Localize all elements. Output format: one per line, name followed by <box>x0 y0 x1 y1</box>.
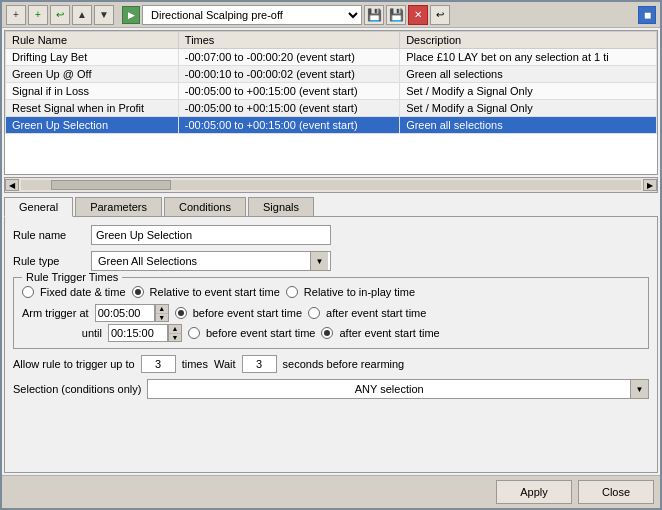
close-button[interactable]: Close <box>578 480 654 504</box>
before-start-2-label: before event start time <box>206 327 315 339</box>
save-copy-button[interactable]: 💾 <box>386 5 406 25</box>
radio-relative-inplay-label: Relative to in-play time <box>304 286 415 298</box>
arm-label: Arm trigger at <box>22 307 89 319</box>
table-row[interactable]: Drifting Lay Bet-00:07:00 to -00:00:20 (… <box>6 49 657 66</box>
arm-time-group: ▲ ▼ <box>95 304 169 322</box>
arm-trigger-row: Arm trigger at ▲ ▼ before event start ti… <box>22 304 640 322</box>
footer: Apply Close <box>2 475 660 508</box>
rule-name-input[interactable] <box>91 225 331 245</box>
selection-select[interactable]: ANY selection ▼ <box>147 379 649 399</box>
trigger-legend: Rule Trigger Times <box>22 271 122 283</box>
radio-before-start-1[interactable] <box>175 307 187 319</box>
radio-fixed[interactable] <box>22 286 34 298</box>
horizontal-scrollbar[interactable]: ◀ ▶ <box>4 177 658 193</box>
tab-parameters[interactable]: Parameters <box>75 197 162 216</box>
until-time-group: ▲ ▼ <box>108 324 182 342</box>
monitor-icon: ▶ <box>122 6 140 24</box>
allow-rule-row: Allow rule to trigger up to times Wait s… <box>13 355 649 373</box>
tab-signals[interactable]: Signals <box>248 197 314 216</box>
wait-label: Wait <box>214 358 236 370</box>
wait-input[interactable] <box>242 355 277 373</box>
until-row: until ▲ ▼ before event start time after … <box>22 324 640 342</box>
until-label: until <box>22 327 102 339</box>
col-times: Times <box>178 32 399 49</box>
selection-arrow[interactable]: ▼ <box>630 380 648 398</box>
selection-label: Selection (conditions only) <box>13 383 141 395</box>
until-spin-down[interactable]: ▼ <box>169 334 181 342</box>
arm-spin-up[interactable]: ▲ <box>156 305 168 314</box>
radio-relative-start[interactable] <box>132 286 144 298</box>
copy-button[interactable]: + <box>28 5 48 25</box>
after-start-2-label: after event start time <box>339 327 439 339</box>
add-button[interactable]: + <box>6 5 26 25</box>
col-description: Description <box>400 32 657 49</box>
trigger-radio-row: Fixed date & time Relative to event star… <box>22 286 640 298</box>
strategy-dropdown[interactable]: Directional Scalping pre-off <box>142 5 362 25</box>
allow-input[interactable] <box>141 355 176 373</box>
before-start-1-label: before event start time <box>193 307 302 319</box>
arm-time-input[interactable] <box>95 304 155 322</box>
after-start-1-label: after event start time <box>326 307 426 319</box>
radio-relative-inplay[interactable] <box>286 286 298 298</box>
up-button[interactable]: ▲ <box>72 5 92 25</box>
save-button[interactable]: 💾 <box>364 5 384 25</box>
table-row[interactable]: Reset Signal when in Profit-00:05:00 to … <box>6 100 657 117</box>
table-row[interactable]: Green Up @ Off-00:00:10 to -00:00:02 (ev… <box>6 66 657 83</box>
corner-icon[interactable]: ◼ <box>638 6 656 24</box>
rule-name-row: Rule name <box>13 225 649 245</box>
general-panel: Rule name Rule type Green All Selections… <box>4 216 658 473</box>
table-row[interactable]: Green Up Selection-00:05:00 to +00:15:00… <box>6 117 657 134</box>
times-label: times <box>182 358 208 370</box>
rule-type-row: Rule type Green All Selections ▼ <box>13 251 649 271</box>
delete-button[interactable]: ↩ <box>50 5 70 25</box>
tab-bar: General Parameters Conditions Signals <box>4 197 658 216</box>
seconds-label: seconds before rearming <box>283 358 405 370</box>
rule-type-select[interactable]: Green All Selections ▼ <box>91 251 331 271</box>
scroll-left-btn[interactable]: ◀ <box>5 179 19 191</box>
rule-name-label: Rule name <box>13 229 83 241</box>
trigger-box: Rule Trigger Times Fixed date & time Rel… <box>13 277 649 349</box>
table-row[interactable]: Signal if in Loss-00:05:00 to +00:15:00 … <box>6 83 657 100</box>
radio-after-start-1[interactable] <box>308 307 320 319</box>
selection-row: Selection (conditions only) ANY selectio… <box>13 379 649 399</box>
scroll-thumb[interactable] <box>51 180 171 190</box>
tab-general[interactable]: General <box>4 197 73 217</box>
undo-button[interactable]: ↩ <box>430 5 450 25</box>
radio-fixed-label: Fixed date & time <box>40 286 126 298</box>
until-spin-up[interactable]: ▲ <box>169 325 181 334</box>
down-button[interactable]: ▼ <box>94 5 114 25</box>
rule-type-arrow[interactable]: ▼ <box>310 252 328 270</box>
rule-type-value: Green All Selections <box>94 255 310 267</box>
rule-type-label: Rule type <box>13 255 83 267</box>
rules-table-container: Rule Name Times Description Drifting Lay… <box>4 30 658 175</box>
arm-time-spin[interactable]: ▲ ▼ <box>155 304 169 322</box>
toolbar: + + ↩ ▲ ▼ ▶ Directional Scalping pre-off… <box>2 2 660 28</box>
apply-button[interactable]: Apply <box>496 480 572 504</box>
rules-table: Rule Name Times Description Drifting Lay… <box>5 31 657 134</box>
main-window: + + ↩ ▲ ▼ ▶ Directional Scalping pre-off… <box>0 0 662 510</box>
radio-relative-start-label: Relative to event start time <box>150 286 280 298</box>
radio-before-start-2[interactable] <box>188 327 200 339</box>
tab-conditions[interactable]: Conditions <box>164 197 246 216</box>
until-time-spin[interactable]: ▲ ▼ <box>168 324 182 342</box>
selection-value: ANY selection <box>148 383 630 395</box>
radio-after-start-2[interactable] <box>321 327 333 339</box>
until-time-input[interactable] <box>108 324 168 342</box>
scroll-track[interactable] <box>21 180 641 190</box>
scroll-right-btn[interactable]: ▶ <box>643 179 657 191</box>
allow-label: Allow rule to trigger up to <box>13 358 135 370</box>
close-x-button[interactable]: ✕ <box>408 5 428 25</box>
col-rule-name: Rule Name <box>6 32 179 49</box>
arm-spin-down[interactable]: ▼ <box>156 314 168 322</box>
